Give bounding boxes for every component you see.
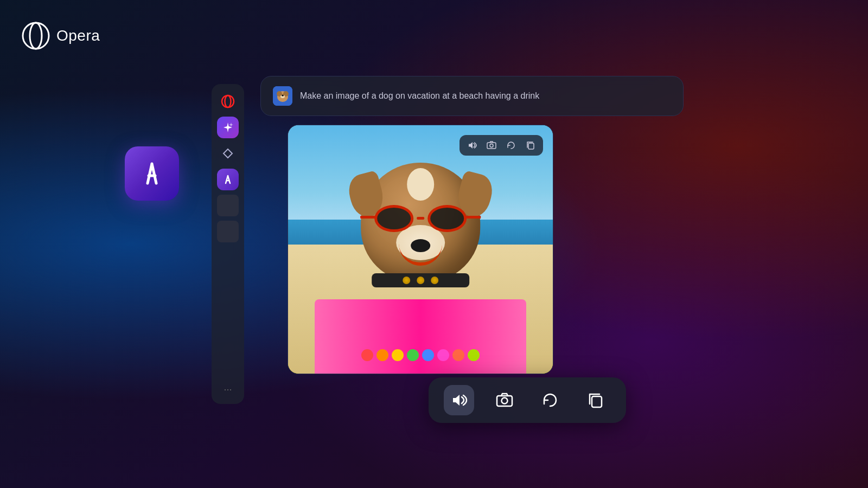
opera-icon <box>221 94 235 108</box>
dog-lei <box>350 349 491 361</box>
sidebar: ... <box>212 84 244 404</box>
collar-stud-2 <box>417 277 424 284</box>
svg-point-0 <box>23 23 49 49</box>
sidebar-tab1-btn[interactable] <box>217 195 239 216</box>
lei-flower-1 <box>361 349 373 361</box>
small-camera-btn[interactable] <box>484 138 499 152</box>
image-toolbar-large <box>429 377 626 423</box>
small-speaker-btn[interactable] <box>465 138 479 152</box>
collar-stud-1 <box>403 277 410 284</box>
sidebar-opera-btn[interactable] <box>217 91 239 112</box>
sparkle-icon <box>222 121 234 133</box>
opera-logo-icon <box>22 22 50 50</box>
chat-avatar-image <box>273 86 292 106</box>
opera-logo: Opera <box>22 22 100 50</box>
camera-icon-small <box>487 140 496 150</box>
diamond-icon <box>222 147 234 159</box>
sunglasses-lens-right <box>427 205 467 232</box>
dog-sunglasses <box>374 205 467 232</box>
svg-point-10 <box>282 95 284 97</box>
sidebar-tab2-btn[interactable] <box>217 221 239 242</box>
chat-message-text: Make an image of a dog on vacation at a … <box>300 90 539 102</box>
sunglasses-arm-left <box>360 216 375 219</box>
svg-rect-11 <box>487 143 496 149</box>
refresh-icon-small <box>506 140 516 150</box>
ai-image-result <box>288 125 553 374</box>
svg-rect-16 <box>592 396 602 407</box>
large-refresh-btn[interactable] <box>535 385 565 415</box>
svg-point-15 <box>502 398 508 404</box>
dog-body <box>328 163 513 324</box>
aria-logo-icon <box>137 158 167 189</box>
chat-avatar <box>273 86 292 106</box>
sunglasses-lens-left <box>374 205 413 232</box>
aria-app-icon-large[interactable] <box>125 146 179 201</box>
aria-icon <box>222 174 234 185</box>
small-copy-btn[interactable] <box>524 138 538 152</box>
large-speaker-btn[interactable] <box>444 385 474 415</box>
refresh-icon-large <box>541 391 559 409</box>
speaker-icon-small <box>467 140 477 150</box>
sidebar-diamond-btn[interactable] <box>217 143 239 164</box>
sidebar-more-btn[interactable]: ... <box>219 377 236 397</box>
sunglasses-arm-right <box>465 216 481 219</box>
speaker-icon-large <box>450 391 468 409</box>
copy-icon-small <box>526 140 535 150</box>
svg-point-3 <box>225 95 231 107</box>
sunglasses-bridge <box>417 217 424 220</box>
svg-point-1 <box>30 23 42 49</box>
collar-stud-3 <box>431 277 438 284</box>
large-camera-btn[interactable] <box>489 385 520 415</box>
sidebar-aria-btn[interactable] <box>217 169 239 190</box>
opera-logo-text: Opera <box>56 27 100 44</box>
dog-mouth <box>399 244 442 266</box>
dog-beach-image <box>288 125 553 374</box>
chat-message-bubble: Make an image of a dog on vacation at a … <box>260 76 684 116</box>
lei-flower-3 <box>392 349 404 361</box>
lei-flower-8 <box>468 349 480 361</box>
svg-rect-13 <box>528 143 534 149</box>
lei-flower-5 <box>422 349 434 361</box>
camera-icon-large <box>496 391 513 409</box>
copy-icon-large <box>587 391 604 409</box>
dog-forehead-patch <box>407 168 434 201</box>
svg-point-2 <box>222 95 234 107</box>
large-copy-btn[interactable] <box>580 385 611 415</box>
small-refresh-btn[interactable] <box>504 138 518 152</box>
lei-flower-6 <box>437 349 449 361</box>
lei-flower-7 <box>452 349 464 361</box>
sidebar-ai-btn[interactable] <box>217 117 239 138</box>
dog-head <box>361 163 480 282</box>
lei-flower-2 <box>376 349 388 361</box>
svg-point-12 <box>490 144 493 147</box>
dog-collar <box>372 273 469 287</box>
image-toolbar-small <box>459 135 543 156</box>
lei-flower-4 <box>407 349 419 361</box>
